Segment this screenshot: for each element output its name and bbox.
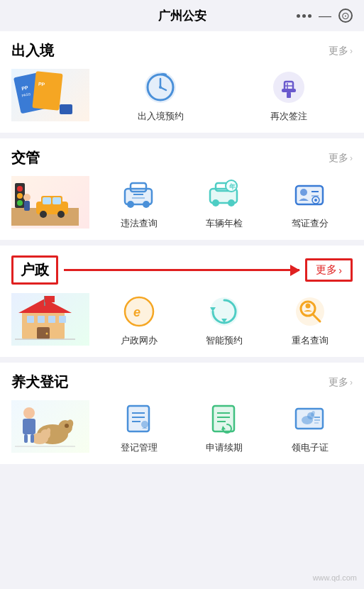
service-re-entry-visa[interactable]: 再次签注 (264, 69, 314, 123)
immigration-title: 出入境 (11, 41, 54, 60)
service-label: 户政网办 (121, 334, 158, 347)
clock-icon (142, 69, 179, 106)
service-apply-renew[interactable]: 申请续期 (199, 400, 249, 454)
svg-point-70 (23, 407, 35, 419)
service-label: 车辆年检 (206, 217, 243, 230)
svg-point-33 (127, 201, 134, 208)
watermark: www.qd.com (313, 573, 357, 582)
service-label: 驾证查分 (292, 217, 329, 230)
chevron-right-icon: › (350, 153, 353, 163)
huzheng-thumbnail (11, 293, 89, 346)
license-icon (292, 176, 329, 213)
svg-point-26 (40, 211, 47, 218)
svg-text:年: 年 (228, 183, 236, 190)
huzheng-services: e 户政网办 智能预约 (11, 293, 353, 347)
svg-point-11 (273, 72, 304, 103)
chevron-right-icon: › (350, 46, 353, 56)
car-inspection-icon: 年 (206, 176, 243, 213)
dog-service-items: 登记管理 申请续期 (96, 400, 353, 454)
svg-rect-57 (48, 316, 55, 323)
dog-title: 养犬登记 (11, 373, 68, 392)
immigration-services: PP PASS PP (11, 69, 353, 123)
svg-rect-3 (32, 71, 62, 111)
traffic-section: 交管 更多 › (0, 138, 364, 240)
stamp-icon (270, 69, 307, 106)
immigration-service-items: 出入境预约 再次签注 (96, 69, 353, 123)
svg-rect-54 (45, 296, 55, 302)
service-smart-appointment[interactable]: 智能预约 (199, 293, 249, 347)
svg-rect-25 (53, 197, 61, 204)
service-label: 领电子证 (292, 441, 329, 454)
svg-rect-24 (43, 197, 51, 204)
car-violation-icon (121, 176, 158, 213)
huzheng-services-row: e 户政网办 智能预约 (11, 293, 353, 347)
svg-point-87 (141, 421, 148, 428)
svg-point-21 (17, 200, 23, 206)
traffic-service-items: 违法查询 年 车辆年检 (96, 176, 353, 230)
dog-section: 养犬登记 更多 › (0, 363, 364, 464)
svg-point-10 (159, 86, 162, 89)
svg-rect-71 (23, 419, 35, 434)
svg-point-34 (143, 201, 150, 208)
service-certificate-collect[interactable]: 领电子证 (285, 400, 335, 454)
immigration-header: 出入境 更多 › (11, 41, 353, 60)
huzheng-title: 户政 (21, 262, 49, 277)
svg-point-27 (57, 211, 65, 218)
svg-text:e: e (133, 305, 140, 319)
service-annual-inspection[interactable]: 年 车辆年检 (199, 176, 249, 230)
traffic-services: 违法查询 年 车辆年检 (11, 176, 353, 230)
cycle-icon (206, 293, 243, 330)
huzheng-service-items: e 户政网办 智能预约 (96, 293, 353, 347)
dog-thumbnail (11, 400, 89, 453)
traffic-title: 交管 (11, 148, 40, 167)
e-letter-icon: e (121, 293, 158, 330)
service-license-score[interactable]: 驾证查分 (285, 176, 335, 230)
immigration-more-button[interactable]: 更多 › (329, 45, 353, 57)
traffic-header: 交管 更多 › (11, 148, 353, 167)
svg-point-40 (212, 199, 219, 207)
svg-rect-79 (24, 434, 28, 443)
service-name-query[interactable]: 重名查询 (285, 293, 335, 347)
dog-more-button[interactable]: 更多 › (329, 376, 353, 389)
service-border-appointment[interactable]: 出入境预约 (136, 69, 185, 123)
huzheng-more-button[interactable]: 更多 › (305, 258, 353, 282)
svg-point-41 (228, 199, 235, 207)
svg-rect-29 (24, 201, 30, 211)
svg-text:PP: PP (38, 82, 45, 87)
svg-point-50 (314, 199, 317, 202)
dog-header: 养犬登记 更多 › (11, 373, 353, 392)
dog-services: 登记管理 申请续期 (11, 400, 353, 454)
service-label: 登记管理 (121, 441, 158, 454)
service-label: 违法查询 (121, 217, 158, 230)
more-menu-button[interactable] (297, 14, 311, 18)
svg-point-20 (17, 193, 23, 199)
svg-point-28 (23, 194, 31, 201)
svg-rect-80 (31, 434, 34, 443)
name-search-icon (292, 293, 329, 330)
traffic-more-button[interactable]: 更多 › (329, 152, 353, 165)
svg-point-75 (65, 424, 69, 428)
immigration-thumbnail: PP PASS PP (11, 69, 89, 121)
service-label: 智能预约 (206, 334, 243, 347)
svg-rect-55 (27, 316, 34, 323)
svg-point-60 (46, 333, 48, 335)
header-controls: — ⊙ (297, 9, 353, 23)
huzheng-section: 户政 更多 › (0, 246, 364, 357)
service-violation-query[interactable]: 违法查询 (114, 176, 164, 230)
minimize-button[interactable]: — (319, 9, 331, 22)
svg-point-69 (305, 304, 310, 309)
svg-rect-58 (59, 316, 66, 323)
svg-rect-5 (60, 104, 72, 114)
chevron-right-icon: › (350, 378, 353, 387)
app-header: 广州公安 — ⊙ (0, 0, 364, 31)
service-label: 重名查询 (292, 334, 329, 347)
immigration-section: 出入境 更多 › PP PASS PP (0, 31, 364, 133)
service-label: 再次签注 (270, 110, 307, 123)
service-register-manage[interactable]: 登记管理 (114, 400, 164, 454)
service-online-office[interactable]: e 户政网办 (114, 293, 164, 347)
svg-rect-56 (38, 316, 45, 323)
close-button[interactable]: ⊙ (338, 9, 353, 23)
huzheng-header: 户政 更多 › (11, 255, 353, 285)
traffic-thumbnail (11, 176, 89, 229)
service-label: 申请续期 (206, 441, 243, 454)
